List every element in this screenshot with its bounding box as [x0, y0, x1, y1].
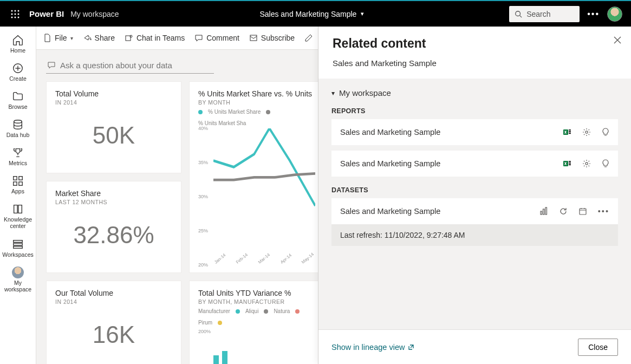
- tile-value: 16K: [55, 305, 172, 364]
- tile-variance-chart[interactable]: Total Units YTD Variance % BY MONTH, MAN…: [189, 281, 324, 364]
- share-button[interactable]: Share: [83, 34, 115, 42]
- cmd-label: Subscribe: [261, 34, 295, 42]
- close-button[interactable]: Close: [578, 339, 618, 356]
- reports-section-label: REPORTS: [331, 107, 618, 115]
- legend-title: Manufacturer: [198, 308, 230, 314]
- nav-metrics[interactable]: Metrics: [2, 144, 34, 170]
- svg-point-14: [14, 120, 22, 123]
- tile-value: 32.86%: [55, 205, 172, 265]
- tile-title: Total Units YTD Variance %: [198, 289, 315, 297]
- settings-icon[interactable]: [582, 159, 591, 168]
- legend-dot-icon: [198, 110, 203, 114]
- tile-subtitle: LAST 12 MONTHS: [55, 199, 172, 205]
- nav-create[interactable]: Create: [2, 59, 34, 85]
- more-icon[interactable]: •••: [587, 9, 600, 19]
- chevron-down-icon: ▾: [331, 89, 335, 97]
- search-placeholder: Search: [526, 10, 550, 18]
- legend-label: Aliqui: [245, 308, 258, 314]
- search-icon: [515, 10, 522, 18]
- share-icon: [83, 34, 92, 42]
- tile-subtitle: BY MONTH: [198, 99, 315, 106]
- tile-value: 50K: [55, 106, 172, 165]
- impact-icon[interactable]: [539, 207, 548, 216]
- nav-label: My workspace: [2, 280, 34, 292]
- chart-legend: % Units Market Share % Units Market Sha: [198, 109, 315, 126]
- svg-rect-28: [569, 129, 571, 131]
- svg-rect-17: [14, 182, 17, 185]
- waffle-icon[interactable]: [4, 10, 26, 18]
- svg-point-5: [18, 13, 19, 15]
- edit-button[interactable]: [304, 34, 313, 42]
- file-menu[interactable]: File ▾: [43, 34, 73, 42]
- y-tick: 35%: [198, 160, 208, 165]
- nav-myworkspace[interactable]: My workspace: [2, 263, 34, 296]
- refresh-icon[interactable]: [559, 207, 568, 216]
- chat-teams-button[interactable]: Chat in Teams: [125, 34, 185, 42]
- svg-rect-39: [545, 207, 547, 214]
- related-report-item[interactable]: Sales and Marketing Sample: [331, 151, 618, 177]
- nav-browse[interactable]: Browse: [2, 87, 34, 113]
- svg-rect-15: [14, 177, 17, 180]
- lineage-label: Show in lineage view: [331, 343, 405, 352]
- tile-title: Our Total Volume: [55, 289, 172, 297]
- chevron-down-icon[interactable]: ▾: [361, 10, 364, 17]
- close-icon[interactable]: [614, 36, 621, 46]
- settings-icon[interactable]: [582, 128, 591, 136]
- tile-subtitle: IN 2014: [55, 298, 172, 305]
- legend-dot-icon: [236, 309, 240, 314]
- related-item-name: Sales and Marketing Sample: [340, 128, 440, 136]
- nav-label: Create: [9, 75, 27, 82]
- bar-chart: [198, 334, 315, 364]
- legend-label: % Units Market Share: [208, 109, 261, 115]
- tile-subtitle: IN 2014: [55, 99, 172, 106]
- tile-title: Market Share: [55, 189, 172, 198]
- analyze-excel-icon[interactable]: [563, 159, 571, 168]
- bar: [213, 355, 219, 364]
- nav-workspaces[interactable]: Workspaces: [2, 235, 34, 261]
- svg-rect-30: [569, 133, 571, 134]
- nav-knowledge[interactable]: Knowledge center: [2, 200, 34, 232]
- group-label: My workspace: [339, 88, 391, 98]
- tile-market-share[interactable]: Market Share LAST 12 MONTHS 32.86%: [46, 181, 181, 273]
- svg-point-4: [15, 13, 16, 15]
- workspace-group-toggle[interactable]: ▾ My workspace: [331, 88, 618, 98]
- legend-label: Pirum: [198, 320, 212, 326]
- legend-label: Natura: [274, 308, 290, 314]
- nav-label: Home: [10, 47, 25, 54]
- tile-our-volume[interactable]: Our Total Volume IN 2014 16K: [46, 281, 181, 364]
- related-dataset-item[interactable]: Sales and Marketing Sample •••: [331, 198, 618, 224]
- chevron-down-icon: ▾: [70, 35, 73, 41]
- avatar[interactable]: [607, 6, 622, 22]
- qna-input[interactable]: [46, 57, 214, 74]
- schedule-refresh-icon[interactable]: [578, 207, 587, 216]
- lineage-link[interactable]: Show in lineage view: [331, 343, 414, 352]
- nav-apps[interactable]: Apps: [2, 172, 34, 198]
- subscribe-button[interactable]: Subscribe: [249, 34, 295, 42]
- nav-home[interactable]: Home: [2, 31, 34, 57]
- svg-rect-18: [19, 182, 22, 185]
- left-nav: Home Create Browse Data hub Metrics Apps…: [0, 27, 36, 364]
- workspace-breadcrumb[interactable]: My workspace: [70, 10, 119, 18]
- related-content-panel: Related content Sales and Marketing Samp…: [318, 27, 631, 364]
- insights-icon[interactable]: [602, 128, 609, 136]
- svg-point-36: [586, 162, 588, 165]
- search-input[interactable]: Search: [509, 6, 580, 22]
- more-icon[interactable]: •••: [598, 207, 609, 216]
- cmd-label: Chat in Teams: [136, 34, 185, 42]
- comment-button[interactable]: Comment: [194, 34, 239, 42]
- legend-dot-icon: [218, 321, 222, 325]
- last-refresh-label: Last refresh:: [340, 231, 382, 239]
- tile-units-chart[interactable]: % Units Market Share vs. % Units BY MONT…: [189, 81, 324, 273]
- svg-rect-40: [580, 209, 586, 214]
- nav-label: Metrics: [9, 160, 27, 166]
- nav-datahub[interactable]: Data hub: [2, 115, 34, 141]
- brand: Power BI: [29, 9, 64, 18]
- tile-total-volume[interactable]: Total Volume IN 2014 50K: [46, 81, 181, 173]
- insights-icon[interactable]: [602, 159, 609, 168]
- last-refresh-row: Last refresh: 11/10/2022, 9:27:48 AM: [331, 224, 618, 246]
- related-report-item[interactable]: Sales and Marketing Sample: [331, 119, 618, 145]
- analyze-excel-icon[interactable]: [563, 128, 571, 136]
- page-title[interactable]: Sales and Marketing Sample: [259, 10, 356, 18]
- y-tick: 25%: [198, 228, 208, 233]
- y-tick: 40%: [198, 126, 208, 131]
